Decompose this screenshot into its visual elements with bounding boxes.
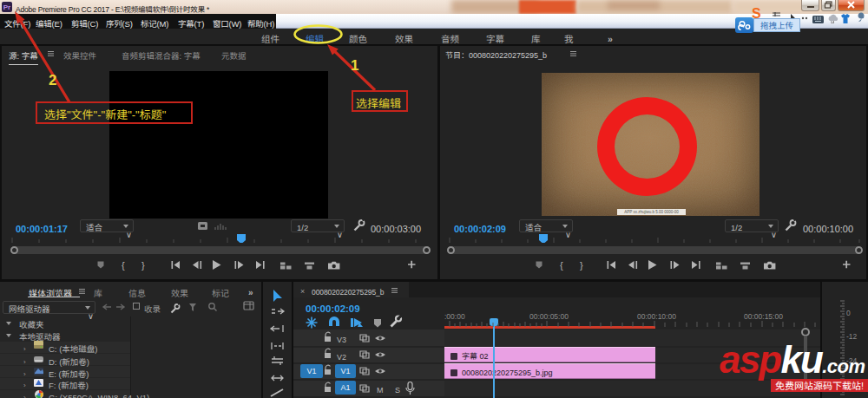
svg-text:{: { — [122, 260, 125, 271]
svg-text:}: } — [580, 260, 583, 271]
svg-text:{: { — [560, 260, 563, 271]
svg-text:}: } — [141, 260, 145, 271]
